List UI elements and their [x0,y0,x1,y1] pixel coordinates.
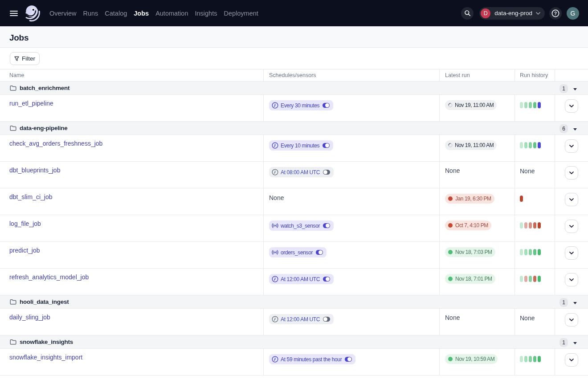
svg-text:?: ? [554,10,557,16]
